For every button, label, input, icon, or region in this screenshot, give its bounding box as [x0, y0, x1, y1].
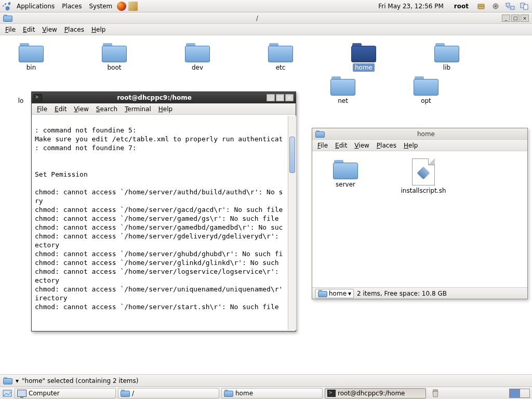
selection-text: "home" selected (containing 2 items): [22, 377, 138, 384]
menu-edit[interactable]: Edit: [332, 141, 350, 150]
terminal-icon: [34, 94, 42, 101]
folder-lib[interactable]: lib: [426, 42, 468, 72]
folder-icon: [121, 390, 130, 397]
show-desktop-button[interactable]: [2, 388, 12, 398]
folder-icon: [414, 75, 438, 96]
task-terminal[interactable]: root@dhcppc9:/home: [325, 388, 426, 398]
nautilus-root-titlebar[interactable]: / _ □ ×: [0, 12, 532, 24]
script-icon: [412, 158, 435, 185]
task-computer[interactable]: Computer: [15, 388, 116, 398]
minimize-button[interactable]: _: [502, 15, 510, 22]
terminal-menubar: File Edit View Search Terminal Help: [32, 103, 296, 115]
maximize-button[interactable]: □: [511, 15, 520, 22]
terminal-title: root@dhcppc9:/home: [44, 94, 264, 101]
menu-search[interactable]: Search: [93, 104, 121, 114]
menu-file[interactable]: File: [314, 141, 331, 150]
workspace-1[interactable]: [510, 389, 520, 397]
nautilus-home-iconview[interactable]: server installscript.sh: [312, 151, 527, 287]
package-updater-icon[interactable]: [128, 1, 138, 11]
menu-file[interactable]: File: [2, 25, 19, 34]
task-label: home: [235, 390, 253, 397]
maximize-button[interactable]: □: [276, 94, 284, 101]
menu-view[interactable]: View: [39, 25, 60, 34]
menu-edit[interactable]: Edit: [20, 25, 38, 34]
task-root-folder[interactable]: /: [118, 388, 219, 398]
bottom-panel: Computer / home root@dhcppc9:/home: [0, 387, 532, 399]
task-label: /: [132, 390, 134, 397]
workspace-switcher[interactable]: [509, 389, 530, 398]
terminal-output[interactable]: : command not foundine 5: Make sure you …: [33, 116, 295, 312]
nautilus-root-title: /: [16, 15, 499, 22]
folder-icon: [19, 42, 44, 62]
svg-rect-4: [511, 6, 514, 9]
menu-help[interactable]: Help: [155, 104, 176, 114]
menu-help[interactable]: Help: [401, 141, 421, 150]
nautilus-home-menubar: File Edit View Places Help: [312, 140, 527, 151]
nautilus-root-selection-bar: ▾ "home" selected (containing 2 items): [0, 374, 532, 387]
tray-network-icon[interactable]: [505, 1, 515, 11]
folder-boot[interactable]: boot: [94, 42, 135, 72]
menu-help[interactable]: Help: [88, 25, 109, 34]
terminal-icon: [327, 390, 336, 397]
user-menu[interactable]: root: [451, 2, 472, 11]
tray-display-icon[interactable]: [520, 1, 530, 11]
panel-places[interactable]: Places: [59, 2, 85, 11]
folder-icon: [315, 130, 325, 138]
top-panel: Applications Places System Fri May 23, 1…: [0, 0, 532, 12]
tray-settings-icon[interactable]: [490, 1, 501, 11]
menu-edit[interactable]: Edit: [51, 104, 70, 114]
folder-server[interactable]: server: [325, 158, 366, 189]
task-label: root@dhcppc9:/home: [338, 390, 405, 397]
folder-home[interactable]: home: [343, 42, 384, 72]
menu-file[interactable]: File: [34, 104, 50, 114]
terminal-window[interactable]: root@dhcppc9:/home _ □ × File Edit View …: [31, 91, 296, 331]
folder-icon: [185, 42, 210, 62]
clock[interactable]: Fri May 23, 12:56 PM: [375, 2, 447, 11]
firefox-launcher-icon[interactable]: [116, 1, 127, 11]
minimize-button[interactable]: _: [267, 94, 275, 101]
trash-icon[interactable]: [430, 388, 441, 398]
task-home-folder[interactable]: home: [221, 388, 323, 398]
tray-package-icon[interactable]: [476, 1, 486, 11]
close-button[interactable]: ×: [521, 15, 529, 22]
menu-places[interactable]: Places: [61, 25, 87, 34]
chevron-down-icon: ▾: [16, 377, 19, 384]
folder-icon: [351, 42, 376, 62]
workspace-2[interactable]: [520, 389, 530, 397]
svg-point-2: [495, 5, 497, 7]
panel-applications[interactable]: Applications: [14, 2, 58, 11]
folder-opt[interactable]: opt: [405, 75, 447, 105]
location-button[interactable]: home ▾: [315, 289, 354, 298]
folder-bin[interactable]: bin: [10, 42, 52, 72]
folder-obscured[interactable]: lo: [10, 75, 31, 105]
svg-rect-6: [524, 5, 528, 9]
scrollbar-thumb[interactable]: [289, 137, 295, 173]
terminal-scrollbar[interactable]: [288, 116, 296, 330]
terminal-titlebar[interactable]: root@dhcppc9:/home _ □ ×: [32, 92, 296, 103]
folder-dev[interactable]: dev: [177, 42, 218, 72]
svg-rect-8: [433, 390, 437, 391]
folder-icon: [268, 42, 293, 62]
folder-icon: [3, 15, 12, 22]
panel-system[interactable]: System: [86, 2, 115, 11]
folder-icon: [330, 75, 355, 96]
folder-icon: [224, 390, 233, 397]
folder-icon: [318, 290, 327, 297]
close-button[interactable]: ×: [285, 94, 294, 101]
nautilus-root-menubar: File Edit View Places Help: [0, 24, 532, 35]
folder-net[interactable]: net: [322, 75, 364, 105]
menu-view[interactable]: View: [71, 104, 91, 114]
folder-etc[interactable]: etc: [260, 42, 301, 72]
nautilus-home-window[interactable]: home File Edit View Places Help server i…: [312, 128, 528, 299]
menu-terminal[interactable]: Terminal: [122, 104, 154, 114]
nautilus-home-titlebar[interactable]: home: [312, 128, 527, 140]
menu-view[interactable]: View: [351, 141, 372, 150]
gnome-menu-icon[interactable]: [2, 1, 12, 11]
menu-places[interactable]: Places: [374, 141, 400, 150]
nautilus-home-statusbar: home ▾ 2 items, Free space: 10.8 GB: [312, 287, 527, 299]
nautilus-home-title: home: [328, 130, 524, 138]
folder-icon: [434, 42, 459, 62]
file-installscript[interactable]: installscript.sh: [403, 158, 444, 195]
task-label: Computer: [29, 390, 60, 397]
status-text: 2 items, Free space: 10.8 GB: [357, 290, 447, 297]
